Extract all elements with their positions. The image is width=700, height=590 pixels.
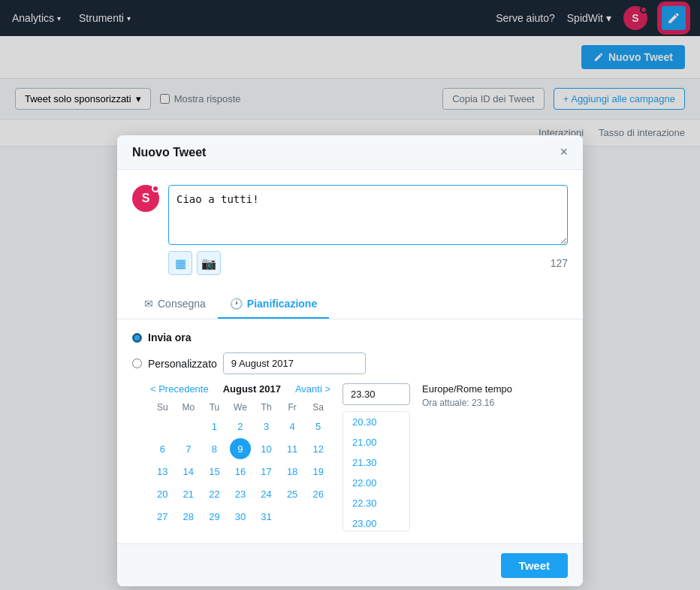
nuovo-tweet-modal: Nuovo Tweet × S Ciao a tutti! ▦ 📷 (117, 135, 583, 147)
modal-overlay: Nuovo Tweet × S Ciao a tutti! ▦ 📷 (0, 0, 700, 147)
modal-title: Nuovo Tweet (132, 146, 206, 147)
modal-header: Nuovo Tweet × (117, 135, 583, 147)
modal-close-button[interactable]: × (560, 144, 568, 147)
